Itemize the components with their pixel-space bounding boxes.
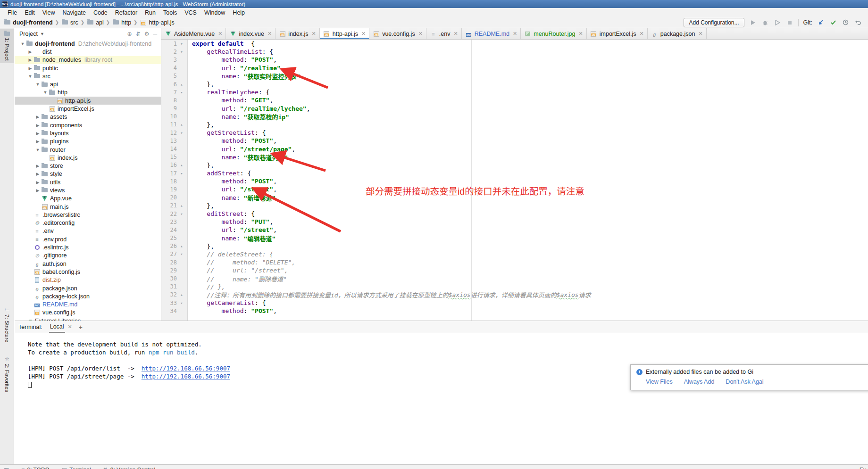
tree-row-dist-zip[interactable]: dist.zip [15,276,161,284]
fold-open-icon[interactable]: ▾ [177,131,186,135]
tree-row-http-api-js[interactable]: http-api.js [15,97,161,105]
tree-row-importexcel-js[interactable]: importExcel.js [15,105,161,113]
locate-file-icon[interactable]: ⊕ [127,31,132,37]
tree-row-main-js[interactable]: main.js [15,203,161,211]
add-configuration-button[interactable]: Add Configuration... [684,18,744,27]
fold-open-icon[interactable]: ▾ [177,171,186,176]
editor-tab-vue-config-js[interactable]: vue.config.js✕ [369,28,426,39]
tree-row-public[interactable]: ▶public [15,64,161,72]
code-area[interactable]: export default { getRealTimeList: { meth… [188,40,868,321]
sidebar-tab-favorites[interactable]: ☆ 2: Favorites [0,354,14,395]
fold-open-icon[interactable]: ▾ [177,90,186,95]
tree-row-store[interactable]: ▶store [15,162,161,170]
menu-item-help[interactable]: Help [229,9,249,16]
tree-row-utils[interactable]: ▶utils [15,178,161,186]
tree-closed-chevron-icon[interactable]: ▶ [34,139,41,144]
editor-tab-readme-md[interactable]: README.md✕ [462,28,521,39]
tree-closed-chevron-icon[interactable]: ▶ [27,58,33,62]
menu-item-run[interactable]: Run [141,9,159,16]
panel-settings-icon[interactable]: ⚙ [144,31,150,37]
menu-item-window[interactable]: Window [200,9,229,16]
menu-item-view[interactable]: View [39,9,59,16]
statusbar-item-terminal[interactable]: ▣Terminal [62,467,91,469]
tree-open-chevron-icon[interactable]: ▼ [42,90,49,95]
tree-closed-chevron-icon[interactable]: ▶ [34,164,41,168]
editor-tab-importexcel-js[interactable]: importExcel.js✕ [587,28,648,39]
menu-item-code[interactable]: Code [90,9,111,16]
notification-action-don-t-ask-agai[interactable]: Don't Ask Agai [726,378,763,385]
fold-open-icon[interactable]: ▾ [177,301,186,305]
debug-icon[interactable] [761,19,769,26]
tab-close-icon[interactable]: ✕ [697,31,702,37]
menu-item-tools[interactable]: Tools [159,9,181,16]
tree-row-auth-json[interactable]: auth.json [15,260,161,268]
tab-close-icon[interactable]: ✕ [360,31,366,37]
tree-closed-chevron-icon[interactable]: ▶ [34,115,41,119]
fold-open-icon[interactable]: ▾ [177,41,186,46]
run-with-coverage-icon[interactable] [774,19,781,26]
fold-end-icon[interactable]: ▴ [177,203,186,208]
tab-close-icon[interactable]: ✕ [453,31,458,37]
editor-tab-asidemenu-vue[interactable]: AsideMenu.vue✕ [161,28,226,39]
tab-close-icon[interactable]: ✕ [217,31,222,37]
tree-open-chevron-icon[interactable]: ▼ [34,148,41,152]
tree-row--gitignore[interactable]: .gitignore [15,252,161,260]
event-log-item[interactable]: ● Ev [854,467,868,469]
tree-row-assets[interactable]: ▶assets [15,113,161,121]
tree-row-api[interactable]: ▼api [15,80,161,88]
close-icon[interactable]: ✕ [68,324,72,330]
tree-row-app-vue[interactable]: App.vue [15,195,161,203]
menu-item-vcs[interactable]: VCS [181,9,200,16]
tree-closed-chevron-icon[interactable]: ▶ [27,49,33,54]
tree-row--editorconfig[interactable]: .editorconfig [15,219,161,227]
new-terminal-icon[interactable]: + [79,323,83,331]
tree-row-package-json[interactable]: package.json [15,284,161,292]
fold-end-icon[interactable]: ▴ [177,292,186,297]
breadcrumb-item[interactable]: api [87,19,104,26]
tree-closed-chevron-icon[interactable]: ▶ [34,188,41,193]
tab-close-icon[interactable]: ✕ [512,31,517,37]
git-commit-icon[interactable] [829,19,837,26]
tree-row-index-js[interactable]: index.js [15,154,161,162]
hide-panel-icon[interactable]: ─ [153,31,157,37]
editor-tab-http-api-js[interactable]: http-api.js✕ [320,28,369,39]
tree-row-node-modules[interactable]: ▶node_moduleslibrary root [15,56,161,64]
tree-row-package-lock-json[interactable]: package-lock.json [15,292,161,300]
tree-row--eslintrc-js[interactable]: .eslintrc.js [15,243,161,251]
stop-icon[interactable] [786,19,793,26]
project-panel-header[interactable]: Project ▼ ⊕ ⇵ ⚙ ─ [15,28,161,39]
rollback-icon[interactable] [854,19,861,26]
tool-window-switcher-icon[interactable]: ▦ [4,467,9,469]
tree-row-views[interactable]: ▶views [15,186,161,194]
run-icon[interactable] [749,19,757,26]
editor-tab-menurouter-jpg[interactable]: menuRouter.jpg✕ [521,28,586,39]
terminal-link[interactable]: http://192.168.66.56:9007 [142,365,230,372]
tree-row--env[interactable]: .env [15,227,161,235]
sidebar-tab-project[interactable]: 1: Project [0,29,14,63]
breadcrumb-item[interactable]: duoji-frontend [4,19,53,26]
tree-open-chevron-icon[interactable]: ▼ [19,41,26,46]
menu-item-file[interactable]: File [4,9,21,16]
fold-end-icon[interactable]: ▴ [177,82,186,87]
tree-open-chevron-icon[interactable]: ▼ [27,74,33,79]
fold-end-icon[interactable]: ▴ [177,244,186,248]
editor-tab-package-json[interactable]: package.json✕ [648,28,707,39]
tree-row--env-prod[interactable]: .env.prod [15,235,161,243]
menu-item-navigate[interactable]: Navigate [59,9,90,16]
tree-row-readme-md[interactable]: README.md [15,301,161,309]
tree-closed-chevron-icon[interactable]: ▶ [34,172,41,176]
project-view-selector[interactable]: Project [19,31,38,37]
tab-close-icon[interactable]: ✕ [267,31,272,37]
tab-close-icon[interactable]: ✕ [578,31,583,37]
statusbar-item-9--version-control[interactable]: ⇅9: Version Control [103,467,155,469]
menu-item-edit[interactable]: Edit [21,9,39,16]
tree-closed-chevron-icon[interactable]: ▶ [34,180,41,185]
tree-row-dist[interactable]: ▶dist [15,48,161,56]
notification-action-always-add[interactable]: Always Add [684,378,715,385]
terminal-tab-local[interactable]: Local [49,321,65,333]
fold-open-icon[interactable]: ▾ [177,212,186,216]
fold-end-icon[interactable]: ▴ [177,163,186,167]
tree-row-layouts[interactable]: ▶layouts [15,129,161,137]
collapse-all-icon[interactable]: ⇵ [136,31,141,37]
tree-row-duoji-frontend[interactable]: ▼duoji-frontendD:\zheheWeb\duoji-fronten… [15,40,161,48]
